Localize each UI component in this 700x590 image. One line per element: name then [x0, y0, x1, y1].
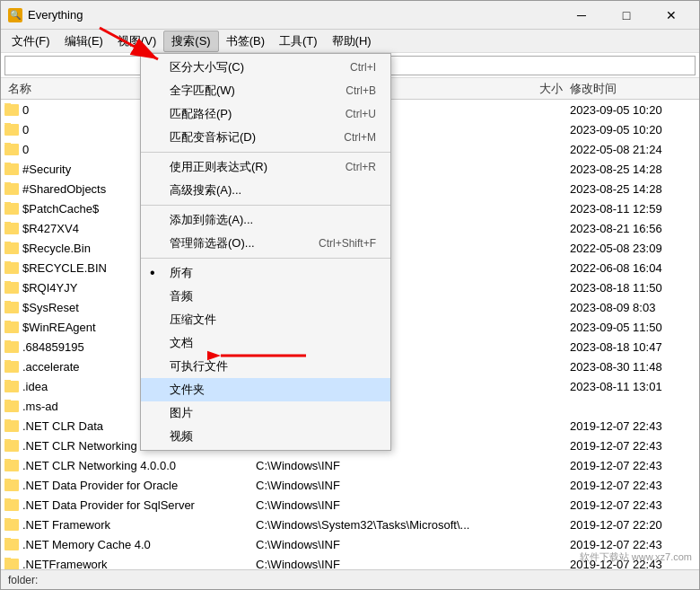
dropdown-item-label: 可执行文件: [170, 358, 228, 374]
window-controls: ─ □ ✕: [561, 4, 692, 26]
dropdown-item-compressed[interactable]: 压缩文件: [141, 308, 390, 331]
file-name: 0: [22, 103, 29, 117]
folder-icon: [4, 440, 19, 452]
file-date-cell: 2023-08-09 8:03: [570, 301, 696, 314]
dropdown-item-shortcut: Ctrl+Shift+F: [301, 237, 376, 250]
file-path-cell: C:\Windows\INF: [256, 498, 498, 512]
dropdown-item-label: 压缩文件: [170, 312, 216, 328]
file-name-cell: .NET Framework: [4, 518, 256, 532]
folder-icon: [4, 401, 19, 412]
window-title: Everything: [28, 8, 561, 22]
dropdown-item-label: 匹配路径(P): [170, 106, 232, 122]
dropdown-item-manage-filter[interactable]: 管理筛选器(O)...Ctrl+Shift+F: [141, 232, 390, 255]
table-row[interactable]: .NET FrameworkC:\Windows\System32\Tasks\…: [1, 515, 699, 534]
folder-icon: [4, 124, 19, 136]
dropdown-separator: [141, 205, 390, 206]
col-header-size[interactable]: 大小: [498, 81, 570, 97]
file-name: .idea: [22, 380, 48, 393]
folder-icon: [4, 539, 19, 550]
dropdown-item-document[interactable]: 文档: [141, 331, 390, 355]
folder-icon: [4, 499, 19, 511]
dropdown-item-label: 全字匹配(W): [170, 83, 235, 99]
file-date-cell: 2023-08-21 16:56: [570, 222, 696, 235]
menu-search[interactable]: 搜索(S): [163, 31, 218, 52]
close-button[interactable]: ✕: [651, 4, 692, 26]
dropdown-item-match-diacritics[interactable]: 匹配变音标记(D)Ctrl+M: [141, 126, 390, 149]
file-name: $Recycle.Bin: [22, 242, 91, 255]
folder-icon: [4, 104, 19, 116]
file-name: $WinREAgent: [22, 321, 96, 334]
dropdown-item-case-sensitive[interactable]: 区分大小写(C)Ctrl+I: [141, 56, 390, 79]
dropdown-item-video[interactable]: 视频: [141, 425, 390, 448]
folder-icon: [4, 282, 19, 294]
folder-icon: [4, 144, 19, 155]
file-date-cell: 2023-09-05 10:20: [570, 123, 696, 136]
maximize-button[interactable]: □: [606, 4, 647, 26]
file-name: .NET Data Provider for SqlServer: [22, 498, 195, 512]
dropdown-item-label: 所有: [170, 265, 193, 281]
dropdown-separator: [141, 258, 390, 259]
file-path-cell: C:\Windows\System32\Tasks\Microsoft\...: [256, 518, 498, 532]
dropdown-item-image[interactable]: 图片: [141, 401, 390, 425]
folder-icon: [4, 262, 19, 274]
file-date-cell: 2023-08-18 11:50: [570, 281, 696, 295]
folder-icon: [4, 519, 19, 531]
menu-edit[interactable]: 编辑(E): [57, 31, 110, 51]
table-row[interactable]: .NET Data Provider for OracleC:\Windows\…: [1, 475, 699, 495]
file-date-cell: 2019-12-07 22:43: [570, 419, 696, 433]
app-icon: 🔍: [8, 8, 22, 22]
table-row[interactable]: .NET Data Provider for SqlServerC:\Windo…: [1, 495, 699, 515]
file-name: $PatchCache$: [22, 202, 99, 216]
dropdown-item-use-regex[interactable]: 使用正则表达式(R)Ctrl+R: [141, 155, 390, 179]
menu-tools[interactable]: 工具(T): [272, 31, 325, 51]
col-header-date[interactable]: 修改时间: [570, 81, 696, 97]
file-date-cell: 2019-12-07 22:43: [570, 538, 696, 551]
dropdown-item-label: 音频: [170, 288, 193, 304]
dropdown-item-shortcut: Ctrl+I: [332, 61, 376, 74]
file-date-cell: 2023-08-25 14:28: [570, 163, 696, 176]
dropdown-item-add-to-filter[interactable]: 添加到筛选(A)...: [141, 208, 390, 232]
dropdown-item-executable[interactable]: 可执行文件: [141, 355, 390, 378]
dropdown-item-advanced-search[interactable]: 高级搜索(A)...: [141, 179, 390, 202]
statusbar-label: folder:: [8, 574, 38, 586]
bullet-icon: •: [150, 266, 155, 280]
dropdown-item-audio[interactable]: 音频: [141, 285, 390, 308]
dropdown-item-all[interactable]: •所有: [141, 261, 390, 285]
file-name: $R427XV4: [22, 222, 79, 235]
folder-icon: [4, 242, 19, 254]
file-path-cell: C:\Windows\INF: [256, 538, 498, 551]
file-date-cell: 2023-08-11 13:01: [570, 380, 696, 393]
file-date-cell: 2023-09-05 11:50: [570, 321, 696, 334]
menu-help[interactable]: 帮助(H): [325, 31, 379, 51]
file-date-cell: 2022-05-08 21:24: [570, 143, 696, 156]
menu-file[interactable]: 文件(F): [4, 31, 57, 51]
folder-icon: [4, 183, 19, 195]
table-row[interactable]: .NET CLR Networking 4.0.0.0C:\Windows\IN…: [1, 455, 699, 475]
file-name: .684859195: [22, 340, 84, 354]
file-name: .NET Data Provider for Oracle: [22, 479, 178, 492]
file-name-cell: .NET Data Provider for SqlServer: [4, 498, 256, 512]
dropdown-item-label: 区分大小写(C): [170, 59, 244, 75]
folder-icon: [4, 420, 19, 432]
file-name: #SharedObjects: [22, 182, 106, 196]
file-name-cell: .NET Memory Cache 4.0: [4, 538, 256, 551]
menu-view[interactable]: 视图(V): [110, 31, 163, 51]
dropdown-item-label: 添加到筛选(A)...: [170, 212, 253, 228]
file-date-cell: 2023-08-18 10:47: [570, 340, 696, 354]
file-date-cell: 2019-12-07 22:43: [570, 459, 696, 472]
file-date-cell: 2023-08-25 14:28: [570, 182, 696, 196]
dropdown-item-folder[interactable]: 文件夹: [141, 378, 390, 401]
file-date-cell: 2022-05-08 23:09: [570, 242, 696, 255]
dropdown-item-label: 文件夹: [170, 382, 205, 398]
menu-bookmark[interactable]: 书签(B): [219, 31, 272, 51]
file-name-cell: .NETFramework: [4, 558, 256, 570]
dropdown-item-label: 视频: [170, 428, 193, 445]
file-name: .NET Memory Cache 4.0: [22, 538, 151, 551]
dropdown-item-whole-word[interactable]: 全字匹配(W)Ctrl+B: [141, 79, 390, 102]
file-name-cell: .NET CLR Networking 4.0.0.0: [4, 459, 256, 472]
folder-icon: [4, 341, 19, 353]
dropdown-separator: [141, 152, 390, 153]
minimize-button[interactable]: ─: [561, 4, 602, 26]
dropdown-item-match-path[interactable]: 匹配路径(P)Ctrl+U: [141, 102, 390, 126]
dropdown-item-label: 使用正则表达式(R): [170, 159, 267, 175]
